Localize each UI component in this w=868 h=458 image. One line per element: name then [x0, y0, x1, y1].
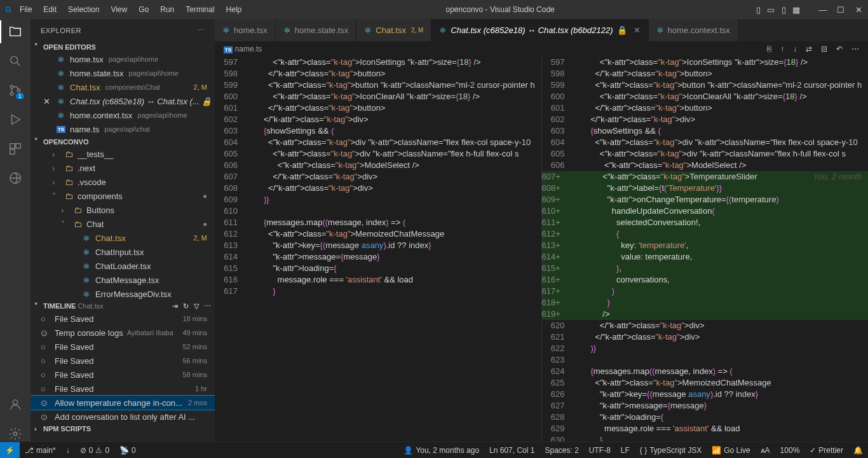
- breadcrumb: TS name.ts ⎘ ↑ ↓ ⇄ ⊟ ↶ ⋯: [215, 41, 868, 57]
- open-editor-item[interactable]: TSname.tspages\api\chat: [31, 122, 215, 136]
- open-editors-section[interactable]: ˅OPEN EDITORS: [31, 41, 215, 52]
- editor-tab[interactable]: ⚛home.state.tsx: [276, 19, 357, 41]
- timeline-item[interactable]: ○File Saved58 mins: [31, 368, 215, 382]
- language-mode[interactable]: { } TypeScript JSX: [635, 442, 707, 458]
- maximize-button[interactable]: ☐: [836, 5, 845, 14]
- diff-left-pane[interactable]: 597 <"k-attr">class="k-tag">IconSettings…: [215, 57, 541, 441]
- menu-selection[interactable]: Selection: [63, 3, 104, 17]
- swap-icon[interactable]: ⇄: [806, 45, 812, 53]
- open-editor-item[interactable]: ⚛home.tsxpages\api\home: [31, 52, 215, 66]
- timeline-item[interactable]: ○File Saved1 hr: [31, 382, 215, 396]
- tree-item[interactable]: ⚛ErrorMessageDiv.tsx: [31, 287, 215, 301]
- open-editor-item[interactable]: ⚛home.state.tsxpages\api\home: [31, 66, 215, 80]
- tree-item[interactable]: › 🗀.vscode: [31, 175, 215, 189]
- title-bar: ⧉ FileEditSelectionViewGoRunTerminalHelp…: [0, 0, 868, 19]
- explorer-icon[interactable]: [8, 24, 23, 39]
- blame-status[interactable]: 👤 You, 2 months ago: [398, 442, 484, 458]
- menu-help[interactable]: Help: [221, 3, 247, 17]
- refresh-icon[interactable]: ↻: [183, 302, 189, 310]
- editor-tab[interactable]: ⚛Chat.tsx 2, M: [356, 19, 431, 41]
- open-editor-item[interactable]: ⚛home.context.tsxpages\api\home: [31, 108, 215, 122]
- scm-badge: 1: [16, 93, 24, 99]
- activity-bar: 1: [0, 19, 31, 441]
- zoom[interactable]: 100%: [775, 442, 805, 458]
- svg-rect-5: [16, 144, 20, 148]
- sidebar: EXPLORER ⋯ ˅OPEN EDITORS ⚛home.tsxpages\…: [31, 19, 215, 441]
- timeline-item[interactable]: ⊙Add conversation to list only after AI …: [31, 410, 215, 424]
- run-debug-icon[interactable]: [8, 112, 23, 127]
- svg-point-1: [10, 85, 13, 88]
- tree-item[interactable]: › 🗀Buttons: [31, 203, 215, 217]
- timeline-item[interactable]: ○File Saved18 mins: [31, 312, 215, 326]
- tree-item[interactable]: ⚛Chat.tsx2, M: [31, 231, 215, 245]
- timeline-item[interactable]: ○File Saved56 mins: [31, 354, 215, 368]
- open-editor-item[interactable]: ⚛Chat.tsxcomponents\Chat2, M: [31, 80, 215, 94]
- menu-terminal[interactable]: Terminal: [180, 3, 219, 17]
- filter-icon[interactable]: ▽: [194, 302, 199, 310]
- layout-sidebar-right-icon[interactable]: ▯: [779, 5, 788, 14]
- go-live[interactable]: 📶 Go Live: [707, 442, 755, 458]
- remote-indicator[interactable]: ⚡: [0, 442, 20, 458]
- tree-item[interactable]: ⚛ChatMessage.tsx: [31, 273, 215, 287]
- prettier[interactable]: ✓ Prettier: [804, 442, 848, 458]
- timeline-item[interactable]: ⊙Allow temperature change in-con...2 mos: [31, 396, 215, 410]
- encoding[interactable]: UTF-8: [584, 442, 616, 458]
- go-to-file-icon[interactable]: ⎘: [767, 45, 771, 53]
- next-change-icon[interactable]: ↓: [793, 45, 797, 53]
- svg-point-2: [10, 92, 13, 95]
- search-icon[interactable]: [8, 53, 23, 69]
- layout-customize-icon[interactable]: ▦: [792, 5, 801, 14]
- revert-icon[interactable]: ↶: [836, 45, 843, 53]
- tree-item[interactable]: ⚛ChatLoader.tsx: [31, 259, 215, 273]
- problems-indicator[interactable]: ⊘ 0 ⚠ 0: [75, 442, 114, 458]
- project-section[interactable]: ˅OPENCONVO: [31, 136, 215, 147]
- branch-indicator[interactable]: ⎇ main*: [20, 442, 61, 458]
- diff-right-pane[interactable]: 597 <"k-attr">class="k-tag">IconSettings…: [541, 57, 869, 441]
- cursor-position[interactable]: Ln 607, Col 1: [484, 442, 539, 458]
- tree-item[interactable]: ˅ 🗀components●: [31, 189, 215, 203]
- editor-tab[interactable]: ⚛home.tsx: [215, 19, 276, 41]
- tree-item[interactable]: › 🗀__tests__: [31, 147, 215, 161]
- prev-change-icon[interactable]: ↑: [780, 45, 784, 53]
- tree-item[interactable]: ˅ 🗀Chat●: [31, 217, 215, 231]
- npm-scripts-section[interactable]: ›NPM SCRIPTS: [31, 424, 215, 434]
- close-window-button[interactable]: ✕: [854, 5, 863, 14]
- timeline-item[interactable]: ⊙Temp console logs Ayibatari Ibaba49 min…: [31, 326, 215, 340]
- tree-item[interactable]: › 🗀.next: [31, 161, 215, 175]
- more-icon[interactable]: ⋯: [198, 26, 205, 34]
- tab-bar: ⚛home.tsx⚛home.state.tsx⚛Chat.tsx 2, M⚛C…: [215, 19, 868, 41]
- layout-panel-icon[interactable]: ▭: [766, 5, 775, 14]
- menu-view[interactable]: View: [105, 3, 132, 17]
- radio-indicator[interactable]: 📡 0: [114, 442, 141, 458]
- menu-go[interactable]: Go: [133, 3, 154, 17]
- menu-edit[interactable]: Edit: [38, 3, 62, 17]
- menu-file[interactable]: File: [15, 3, 37, 17]
- svg-point-0: [11, 57, 18, 64]
- toggle-whitespace-icon[interactable]: ⊟: [821, 45, 827, 53]
- minimize-button[interactable]: —: [818, 5, 827, 14]
- text-size[interactable]: ᴀA: [756, 442, 775, 458]
- vscode-logo-icon: ⧉: [5, 4, 11, 15]
- timeline-item[interactable]: ○File Saved52 mins: [31, 340, 215, 354]
- timeline-section[interactable]: ˅TIMELINE Chat.tsx ⇥↻▽⋯: [31, 301, 215, 312]
- open-editor-item[interactable]: ✕⚛Chat.tsx (c6852e18) ↔ Chat.tsx (... 🔒: [31, 94, 215, 108]
- remote-explorer-icon[interactable]: [8, 170, 23, 186]
- editor-tab[interactable]: ⚛home.context.tsx: [649, 19, 738, 41]
- extensions-icon[interactable]: [8, 141, 23, 156]
- pin-icon[interactable]: ⇥: [172, 302, 178, 310]
- eol[interactable]: LF: [616, 442, 635, 458]
- layout-sidebar-left-icon[interactable]: ▯: [754, 5, 763, 14]
- accounts-icon[interactable]: [8, 397, 23, 412]
- sync-indicator[interactable]: ↓: [61, 442, 75, 458]
- more-icon[interactable]: ⋯: [204, 302, 211, 310]
- source-control-icon[interactable]: 1: [8, 83, 23, 98]
- more-actions-icon[interactable]: ⋯: [851, 45, 859, 53]
- menu-run[interactable]: Run: [155, 3, 179, 17]
- settings-gear-icon[interactable]: [8, 426, 23, 441]
- indentation[interactable]: Spaces: 2: [539, 442, 583, 458]
- tree-item[interactable]: ⚛ChatInput.tsx: [31, 245, 215, 259]
- svg-rect-4: [10, 144, 15, 148]
- explorer-header: EXPLORER ⋯: [31, 19, 215, 41]
- notifications-icon[interactable]: 🔔: [848, 442, 868, 458]
- editor-tab[interactable]: ⚛Chat.tsx (c6852e18) ↔ Chat.tsx (b6bd212…: [431, 19, 648, 41]
